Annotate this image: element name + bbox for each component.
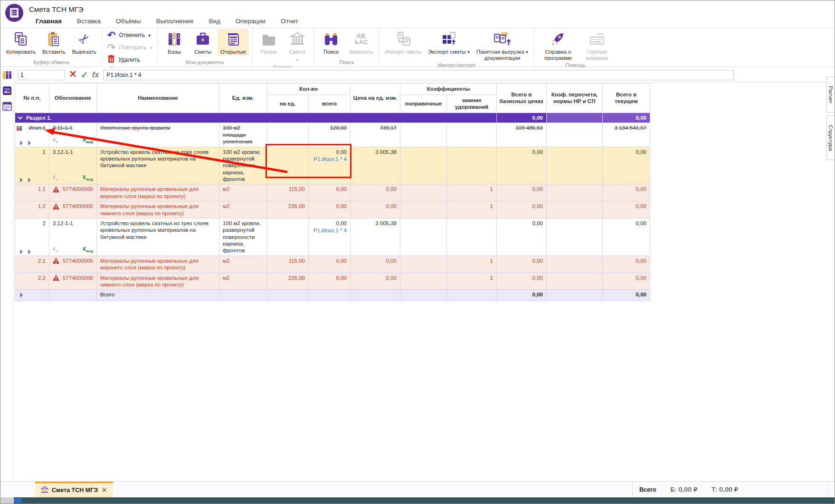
cell-num[interactable]: 1 [15, 147, 49, 184]
cell-num[interactable]: 1.1 [15, 184, 49, 201]
about-button[interactable]: Справка о программе [537, 29, 579, 62]
cell-name[interactable]: Всего [97, 290, 219, 301]
cell-code[interactable]: 5774000000 [49, 273, 97, 290]
cell-qty-total[interactable]: 0,00 [309, 273, 351, 290]
cell-recalc[interactable] [547, 147, 603, 184]
cell-qty-unit[interactable]: 115,00 [267, 184, 309, 201]
table-row[interactable]: 2.15774000000Материалы рулонные кровельн… [15, 256, 650, 273]
cell-coeff-adj[interactable] [400, 290, 447, 301]
cell-num[interactable]: 1.2 [15, 201, 49, 219]
col-header-name[interactable]: Наименование [97, 84, 219, 113]
cell-num[interactable]: Искл.1 [15, 123, 49, 147]
cell-code[interactable]: 3.12-1-1КпКинд [49, 218, 97, 256]
opened-button[interactable]: Открытые [218, 29, 249, 56]
mini-table-icon[interactable] [2, 101, 12, 114]
cell-num[interactable]: 2.2 [15, 273, 49, 290]
scrollbar-thumb[interactable] [14, 498, 21, 503]
cell-total-base[interactable]: 109 486,63 [497, 123, 547, 147]
cell-total-current[interactable]: 0,00 [603, 184, 650, 201]
cell-reference-input[interactable] [18, 70, 65, 80]
cell-num[interactable]: 2.1 [15, 256, 49, 273]
cell-total-current[interactable]: 0,00 [603, 273, 650, 290]
cell-num[interactable] [15, 290, 49, 301]
cell-qty-unit[interactable]: 115,00 [267, 256, 309, 273]
col-header-qty-total[interactable]: всего [309, 95, 351, 113]
table-row[interactable]: Искл.13.11-1-1КпКиндУплотнение грунта гр… [15, 123, 650, 147]
col-header-qty-group[interactable]: Кол-во [267, 84, 351, 95]
cell-coeff-winter[interactable]: 1 [447, 256, 497, 273]
table-row[interactable]: 13.12-1-1КпКиндУстройство кровель скатны… [15, 147, 650, 184]
cell-unit-price[interactable]: 0,00 [351, 256, 400, 273]
col-header-unit[interactable]: Ед. изм. [219, 84, 267, 113]
side-tab-structure[interactable]: Структура [826, 115, 835, 160]
cell-unit-price[interactable]: 739,17 [351, 123, 400, 147]
cell-total-current[interactable]: 0,00 [603, 113, 650, 123]
export-estimate-button[interactable]: Экспорт сметы [425, 29, 473, 56]
cell-num[interactable]: 2 [15, 218, 49, 256]
chevron-right-icon[interactable] [19, 293, 22, 297]
cell-name[interactable]: Материалы рулонные кровельные для нижнег… [97, 273, 219, 290]
cell-total-base[interactable]: 0,00 [497, 273, 547, 290]
cell-qty-total[interactable]: 0,00 [309, 256, 351, 273]
cell-code[interactable]: 5774000000 [49, 201, 97, 219]
cell-total-base[interactable]: 0,00 [497, 290, 547, 301]
cell-coeff-winter[interactable] [447, 147, 497, 184]
expand-chevrons[interactable] [19, 179, 30, 181]
fx-function-icon[interactable]: fx [92, 71, 99, 79]
cell-recalc[interactable] [547, 184, 603, 201]
table-row[interactable]: Раздел 1.0,000,00 [15, 113, 650, 123]
cell-recalc[interactable] [547, 201, 603, 219]
accept-formula-icon[interactable] [81, 70, 88, 80]
cell-qty-unit[interactable]: 226,00 [267, 201, 309, 219]
copy-button[interactable]: Копировать [3, 29, 38, 56]
cell-total-base[interactable]: 0,00 [497, 113, 547, 123]
cell-qty-unit[interactable] [267, 290, 309, 301]
col-header-total-current[interactable]: Всего в текущем [603, 84, 650, 113]
k-index-label[interactable]: Кинд [83, 246, 93, 254]
cell-name[interactable]: Уплотнение грунта гравием [97, 123, 219, 147]
cell-qty-unit[interactable] [267, 147, 309, 184]
cell-coeff-winter[interactable] [447, 123, 497, 147]
cell-unit-price[interactable] [351, 290, 400, 301]
cell-recalc[interactable] [547, 256, 603, 273]
cell-coeff-adj[interactable] [400, 201, 447, 219]
mini-panes-icon[interactable] [2, 86, 12, 98]
col-header-num[interactable]: № п.п. [15, 84, 49, 113]
cell-qty-total[interactable]: 0,00 [309, 184, 351, 201]
cell-name[interactable]: Материалы рулонные кровельные для нижнег… [97, 201, 219, 219]
k-adjust-label[interactable]: Кп [53, 174, 58, 182]
cell-coeff-winter[interactable] [447, 218, 497, 256]
cell-unit[interactable]: м2 [219, 256, 267, 273]
qty-formula[interactable]: Р1.Искл.1 * 4 [312, 156, 347, 162]
col-header-justification[interactable]: Обоснование [49, 84, 97, 113]
cell-coeff-adj[interactable] [400, 273, 447, 290]
batch-caret-icon[interactable] [526, 49, 528, 55]
expand-chevrons[interactable] [19, 142, 30, 144]
cell-total-current[interactable]: 0,00 [603, 201, 650, 219]
cell-unit[interactable]: 100 м2 кровли, развернутой поверхности к… [219, 147, 267, 184]
table-row[interactable]: 1.15774000000Материалы рулонные кровельн… [15, 184, 650, 201]
cell-total-current[interactable]: 3 134 541,67 [603, 123, 650, 147]
k-adjust-label[interactable]: Кп [53, 137, 58, 144]
cell-coeff-winter[interactable] [447, 290, 497, 301]
cell-coeff-adj[interactable] [400, 184, 447, 201]
cell-code[interactable]: 5774000000 [49, 256, 97, 273]
cell-unit[interactable]: м2 [219, 201, 267, 219]
cell-name[interactable]: Устройство кровель скатных из трех слоев… [97, 218, 219, 256]
batch-export-button[interactable]: Пакетная выгрузка документации [474, 29, 531, 62]
export-caret-icon[interactable] [467, 49, 470, 55]
expand-chevrons[interactable] [19, 250, 30, 253]
cell-qty-total[interactable] [309, 290, 351, 301]
cell-total-current[interactable]: 0,00 [603, 147, 650, 184]
cell-qty-unit[interactable] [267, 218, 309, 256]
cell-total-base[interactable]: 0,00 [497, 184, 547, 201]
cell-unit[interactable]: 100 м2 площади уплотнения [219, 123, 267, 147]
cell-code[interactable]: 5774000000 [49, 184, 97, 201]
k-index-label[interactable]: Кинд [83, 174, 93, 182]
cell-coeff-adj[interactable] [400, 256, 447, 273]
cell-qty-total[interactable]: 120,00 [309, 123, 351, 147]
cell-total-base[interactable]: 0,00 [497, 147, 547, 184]
cell-qty-total[interactable]: 0,00 [309, 201, 351, 219]
cancel-formula-icon[interactable] [69, 70, 76, 79]
cell-coeff-winter[interactable]: 1 [447, 184, 497, 201]
